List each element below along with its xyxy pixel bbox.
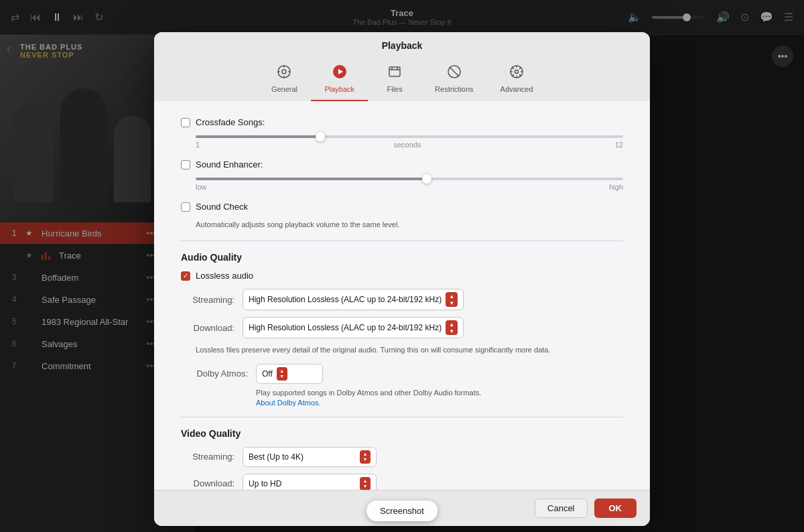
streaming-label: Streaming: <box>181 295 234 305</box>
dolby-link[interactable]: About Dolby Atmos. <box>256 399 321 407</box>
dialog-title: Playback <box>168 40 636 51</box>
streaming-select[interactable]: High Resolution Lossless (ALAC up to 24-… <box>243 289 464 310</box>
crossfade-label: Crossfade Songs: <box>196 117 265 127</box>
modal-overlay: Playback <box>0 0 804 532</box>
streaming-quality-row: Streaming: High Resolution Lossless (ALA… <box>181 289 623 310</box>
video-streaming-value: Best (Up to 4K) <box>249 452 356 462</box>
sound-enhancer-low-label: low <box>196 183 207 191</box>
divider-1 <box>181 241 623 241</box>
sound-check-description: Automatically adjusts song playback volu… <box>196 220 623 230</box>
tabs-bar: General Playback <box>168 59 636 101</box>
restrictions-tab-label: Restrictions <box>435 85 473 93</box>
download-value: High Resolution Lossless (ALAC up to 24-… <box>249 323 442 332</box>
svg-point-1 <box>282 70 286 74</box>
tab-playback[interactable]: Playback <box>311 59 368 101</box>
tab-general[interactable]: General <box>257 59 311 101</box>
sound-enhancer-label: Sound Enhancer: <box>196 159 263 170</box>
lossless-info: Lossless files preserve every detail of … <box>196 345 623 355</box>
sound-enhancer-slider-fill <box>196 178 431 180</box>
tab-advanced[interactable]: Advanced <box>487 59 547 101</box>
playback-tab-icon <box>332 64 347 82</box>
files-tab-icon <box>387 64 402 82</box>
files-tab-label: Files <box>387 85 402 93</box>
advanced-tab-label: Advanced <box>500 85 533 93</box>
crossfade-unit-label: seconds <box>393 141 421 149</box>
playback-tab-label: Playback <box>324 85 354 93</box>
svg-rect-8 <box>389 67 400 76</box>
video-download-select[interactable]: Up to HD ▲ ▼ <box>243 474 377 490</box>
crossfade-row: Crossfade Songs: <box>181 117 623 127</box>
video-download-arrows: ▲ ▼ <box>360 477 371 490</box>
audio-quality-title: Audio Quality <box>181 252 623 263</box>
video-streaming-arrows: ▲ ▼ <box>360 450 371 464</box>
general-tab-icon <box>277 64 291 82</box>
dolby-label: Dolby Atmos: <box>181 369 248 379</box>
crossfade-max-label: 12 <box>615 141 623 149</box>
dialog-title-bar: Playback <box>154 32 650 101</box>
download-arrows: ▲ ▼ <box>446 320 458 335</box>
svg-line-17 <box>512 67 514 69</box>
lossless-audio-row: Lossless audio <box>181 271 623 281</box>
dolby-value: Off <box>262 369 273 379</box>
crossfade-slider-track <box>196 135 623 138</box>
cancel-button[interactable]: Cancel <box>535 498 587 518</box>
sound-check-label: Sound Check <box>196 202 248 212</box>
svg-point-12 <box>515 70 519 74</box>
crossfade-min-label: 1 <box>196 141 200 149</box>
lossless-checkbox[interactable] <box>181 271 190 281</box>
streaming-arrows: ▲ ▼ <box>446 292 458 307</box>
svg-line-19 <box>519 67 521 69</box>
dolby-info-text: Play supported songs in Dolby Atmos and … <box>256 389 481 397</box>
restrictions-tab-icon <box>447 64 462 82</box>
lossless-label: Lossless audio <box>196 271 253 281</box>
sound-enhancer-slider-track <box>196 178 623 180</box>
crossfade-slider-container: 1 seconds 12 <box>196 135 623 149</box>
dolby-atmos-row: Dolby Atmos: Off ▲ ▼ <box>181 364 623 384</box>
download-select[interactable]: High Resolution Lossless (ALAC up to 24-… <box>243 317 464 338</box>
video-download-label: Download: <box>181 478 234 488</box>
screenshot-button[interactable]: Screenshot <box>366 501 438 521</box>
dolby-arrows: ▲ ▼ <box>277 367 287 381</box>
download-quality-row: Download: High Resolution Lossless (ALAC… <box>181 317 623 338</box>
svg-line-10 <box>450 67 459 76</box>
divider-2 <box>181 417 623 417</box>
crossfade-slider-fill <box>196 135 324 138</box>
svg-line-18 <box>519 74 521 76</box>
sound-enhancer-row: Sound Enhancer: <box>181 159 623 170</box>
app-background: ⇄ ⏮ ⏸ ⏭ ↻ Trace The Bad Plus — Never Sto… <box>0 0 804 532</box>
sound-enhancer-checkbox[interactable] <box>181 160 190 170</box>
video-download-row: Download: Up to HD ▲ ▼ <box>181 474 623 490</box>
sound-enhancer-slider-knob[interactable] <box>422 174 431 184</box>
general-tab-label: General <box>271 85 297 93</box>
dolby-info-container: Play supported songs in Dolby Atmos and … <box>256 388 623 409</box>
video-streaming-label: Streaming: <box>181 452 234 462</box>
streaming-value: High Resolution Lossless (ALAC up to 24-… <box>249 295 442 304</box>
sound-enhancer-high-label: high <box>609 183 623 191</box>
dialog-content: Crossfade Songs: 1 seconds 12 <box>154 101 650 490</box>
video-download-value: Up to HD <box>249 479 356 488</box>
video-streaming-row: Streaming: Best (Up to 4K) ▲ ▼ <box>181 447 623 467</box>
sound-enhancer-slider-container: low high <box>196 178 623 191</box>
video-quality-title: Video Quality <box>181 428 623 439</box>
sound-enhancer-labels: low high <box>196 183 623 191</box>
crossfade-slider-labels: 1 seconds 12 <box>196 141 623 149</box>
advanced-tab-icon <box>509 64 524 82</box>
sound-check-row: Sound Check <box>181 202 623 212</box>
sound-check-checkbox[interactable] <box>181 202 190 212</box>
tab-restrictions[interactable]: Restrictions <box>421 59 486 101</box>
ok-button[interactable]: OK <box>594 498 637 518</box>
crossfade-slider-knob[interactable] <box>316 132 325 141</box>
preferences-dialog: Playback <box>154 32 650 526</box>
svg-line-20 <box>512 74 514 76</box>
crossfade-checkbox[interactable] <box>181 118 190 127</box>
video-streaming-select[interactable]: Best (Up to 4K) ▲ ▼ <box>243 447 377 467</box>
download-label: Download: <box>181 323 234 333</box>
tab-files[interactable]: Files <box>368 59 421 101</box>
dolby-select[interactable]: Off ▲ ▼ <box>256 364 323 384</box>
